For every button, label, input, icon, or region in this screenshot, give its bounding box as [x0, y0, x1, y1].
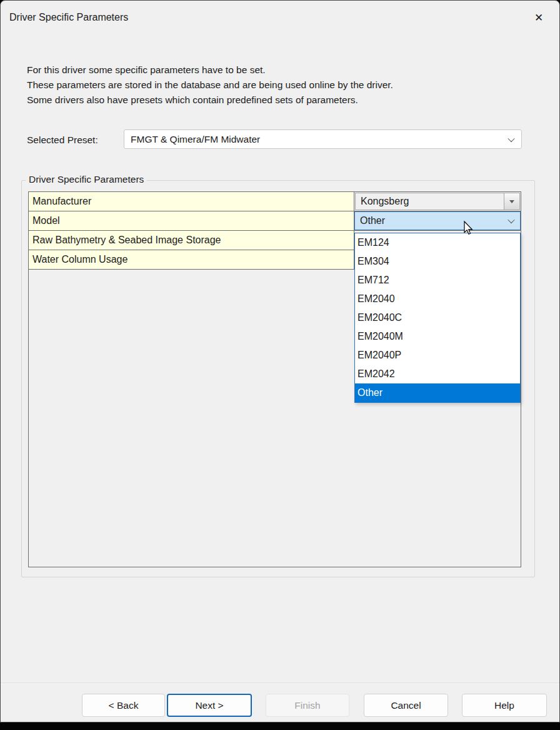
table-row: Model Other — [29, 211, 521, 231]
finish-button[interactable]: Finish — [266, 694, 349, 717]
dropdown-arrow-icon — [509, 200, 514, 203]
intro-text: For this driver some specific parameters… — [27, 63, 393, 108]
chevron-down-icon — [508, 134, 514, 141]
next-button[interactable]: Next > — [167, 694, 252, 717]
param-name-cell: Manufacturer — [29, 192, 354, 211]
dropdown-item[interactable]: EM304 — [355, 252, 520, 271]
param-name-cell: Water Column Usage — [29, 250, 354, 269]
intro-line: For this driver some specific parameters… — [27, 63, 393, 78]
preset-combobox[interactable]: FMGT & Qimera/FM Midwater — [124, 129, 522, 149]
dropdown-item[interactable]: EM2040C — [355, 308, 520, 327]
dropdown-item[interactable]: EM124 — [355, 233, 520, 252]
group-title: Driver Specific Parameters — [26, 174, 147, 185]
help-button[interactable]: Help — [462, 694, 547, 717]
dropdown-item[interactable]: EM2040M — [355, 327, 520, 346]
close-button[interactable]: ✕ — [526, 6, 552, 29]
intro-line: Some drivers also have presets which con… — [27, 93, 393, 108]
dropdown-arrow-button[interactable] — [504, 193, 519, 210]
manufacturer-value: Kongsberg — [361, 196, 409, 207]
dropdown-item[interactable]: EM712 — [355, 271, 520, 290]
dropdown-item[interactable]: EM2040P — [355, 346, 520, 365]
buttons-separator — [1, 682, 559, 683]
dropdown-item[interactable]: EM2042 — [355, 365, 520, 383]
chevron-down-icon — [508, 216, 514, 223]
param-value-cell: Kongsberg — [354, 192, 521, 211]
intro-line: These parameters are stored in the datab… — [27, 78, 393, 93]
param-name-cell: Model — [29, 211, 354, 230]
table-row: Manufacturer Kongsberg — [29, 192, 521, 211]
back-button[interactable]: < Back — [82, 694, 165, 717]
model-value: Other — [360, 215, 385, 226]
title-bar: Driver Specific Parameters — [1, 1, 559, 34]
close-icon: ✕ — [534, 11, 543, 24]
param-name-cell: Raw Bathymetry & Seabed Image Storage — [29, 231, 354, 250]
model-dropdown-list: EM124 EM304 EM712 EM2040 EM2040C EM2040M… — [354, 233, 521, 403]
dropdown-item-selected[interactable]: Other — [355, 383, 520, 402]
cancel-button[interactable]: Cancel — [364, 694, 448, 717]
param-value-cell: Other — [354, 211, 521, 230]
dropdown-item[interactable]: EM2040 — [355, 290, 520, 308]
preset-label: Selected Preset: — [27, 134, 98, 146]
manufacturer-combobox[interactable]: Kongsberg — [355, 193, 520, 210]
dialog-window: Driver Specific Parameters ✕ For this dr… — [0, 0, 560, 722]
model-combobox[interactable]: Other — [354, 211, 521, 230]
window-title: Driver Specific Parameters — [9, 12, 128, 23]
preset-value: FMGT & Qimera/FM Midwater — [131, 134, 260, 145]
